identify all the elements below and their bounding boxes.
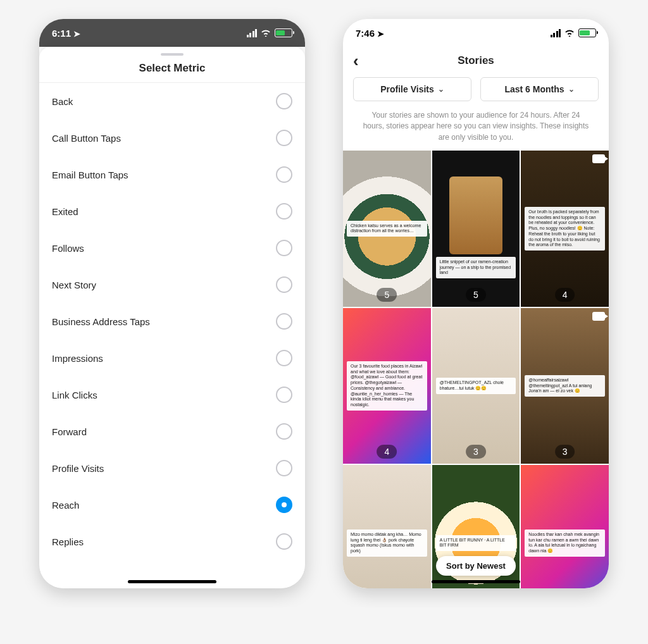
story-tile[interactable]: Our 3 favourite food places in Aizawl an… (343, 308, 431, 464)
battery-icon (578, 28, 596, 37)
nav-header: ‹ Stories (343, 47, 609, 75)
metric-option[interactable]: Link Clicks (39, 376, 305, 413)
radio-icon[interactable] (276, 460, 292, 476)
metric-option[interactable]: Exited (39, 193, 305, 230)
story-count: 3 (466, 445, 486, 459)
story-caption: @homeaffairsaizawl @themeltingpot_azl A … (525, 375, 605, 397)
cellular-signal-icon (551, 29, 561, 37)
radio-icon[interactable] (276, 93, 292, 109)
radio-icon[interactable] (276, 276, 292, 293)
helper-text: Your stories are shown to your audience … (343, 110, 609, 151)
metric-label: Reach (52, 500, 79, 511)
metric-option[interactable]: Back (39, 83, 305, 120)
metric-label: Next Story (52, 280, 96, 290)
metric-filter[interactable]: Profile Visits ⌄ (353, 77, 471, 101)
story-caption: Our broth is packed separately from the … (525, 207, 605, 251)
story-tile[interactable]: Our broth is packed separately from the … (521, 151, 609, 307)
story-count: 4 (377, 445, 397, 459)
story-caption: @THEMELTINGPOT_AZL chole bhature…tui lut… (436, 378, 516, 394)
location-arrow-icon: ➤ (377, 29, 384, 39)
metric-option[interactable]: Reach (39, 486, 305, 523)
home-indicator[interactable] (432, 580, 520, 583)
metric-sheet: Select Metric BackCall Button TapsEmail … (39, 47, 305, 588)
video-badge-icon (592, 312, 605, 321)
metric-option[interactable]: Profile Visits (39, 450, 305, 486)
story-tile[interactable]: @THEMELTINGPOT_AZL chole bhature…tui lut… (432, 308, 520, 464)
chevron-down-icon: ⌄ (438, 85, 444, 94)
metric-label: Forward (52, 426, 87, 437)
home-indicator[interactable] (128, 580, 216, 583)
metric-label: Exited (52, 206, 78, 217)
page-title: Stories (458, 54, 494, 67)
filter-row: Profile Visits ⌄ Last 6 Months ⌄ (343, 75, 609, 110)
metric-label: Profile Visits (52, 463, 104, 474)
story-caption: Chicken katsu serves as a welcome distra… (347, 221, 427, 237)
story-caption: A LITTLE BIT RUNNY · A LITTLE BIT FIRM (436, 535, 516, 552)
metric-option[interactable]: Business Address Taps (39, 303, 305, 340)
metric-option[interactable]: Impressions (39, 340, 305, 376)
wifi-icon (261, 29, 271, 37)
radio-icon[interactable] (276, 497, 292, 513)
metric-label: Follows (52, 243, 84, 254)
metric-label: Call Button Taps (52, 133, 121, 144)
battery-icon (275, 28, 292, 37)
stories-grid[interactable]: Chicken katsu serves as a welcome distra… (343, 151, 609, 588)
story-caption: Noodles thar kan chah mek avangin tun ka… (525, 529, 605, 557)
back-button[interactable]: ‹ (353, 53, 359, 69)
story-tile[interactable]: Noodles thar kan chah mek avangin tun ka… (521, 465, 609, 588)
metric-label: Email Button Taps (52, 170, 128, 180)
metric-option[interactable]: Next Story (39, 266, 305, 303)
sort-button[interactable]: Sort by Newest (436, 556, 516, 576)
status-bar: 6:11➤ (39, 19, 305, 47)
wifi-icon (564, 29, 575, 37)
story-count: 5 (466, 288, 486, 302)
stories-insights-screen: 7:46➤ ‹ Stories Profile Visits ⌄ Last 6 … (343, 19, 609, 588)
radio-icon[interactable] (276, 130, 292, 146)
metric-label: Impressions (52, 353, 103, 364)
story-caption: Little snippet of our ramen-creation jou… (436, 257, 516, 278)
metric-label: Back (52, 96, 73, 107)
range-filter[interactable]: Last 6 Months ⌄ (480, 77, 599, 101)
metric-label: Business Address Taps (52, 316, 150, 327)
status-time: 6:11➤ (52, 28, 80, 39)
location-arrow-icon: ➤ (73, 29, 80, 39)
metric-option[interactable]: Follows (39, 230, 305, 266)
select-metric-screen: 6:11➤ Select Metric BackCall Button Taps… (39, 19, 305, 588)
story-tile[interactable]: Chicken katsu serves as a welcome distra… (343, 151, 431, 307)
story-caption: Mizo momo diktak ang kha… Momo lung ti l… (347, 529, 427, 557)
radio-icon[interactable] (276, 203, 292, 220)
story-count: 3 (555, 445, 575, 459)
sort-label: Sort by Newest (446, 561, 506, 571)
story-caption: Our 3 favourite food places in Aizawl an… (347, 361, 427, 411)
status-bar: 7:46➤ (343, 19, 609, 47)
range-filter-label: Last 6 Months (504, 84, 564, 94)
sheet-grabber[interactable] (161, 53, 184, 56)
story-tile[interactable]: @homeaffairsaizawl @themeltingpot_azl A … (521, 308, 609, 464)
story-tile[interactable]: Little snippet of our ramen-creation jou… (432, 151, 520, 307)
radio-icon[interactable] (276, 240, 292, 256)
metric-option[interactable]: Email Button Taps (39, 156, 305, 193)
video-badge-icon (592, 154, 605, 163)
radio-icon[interactable] (276, 350, 292, 366)
metric-label: Link Clicks (52, 390, 97, 400)
sheet-title: Select Metric (39, 58, 305, 83)
radio-icon[interactable] (276, 313, 292, 330)
metric-option[interactable]: Replies (39, 523, 305, 560)
story-count: 5 (377, 288, 397, 302)
cellular-signal-icon (247, 29, 258, 37)
metric-label: Replies (52, 536, 84, 547)
metric-list[interactable]: BackCall Button TapsEmail Button TapsExi… (39, 83, 305, 588)
radio-icon[interactable] (276, 423, 292, 440)
status-time: 7:46➤ (356, 28, 384, 39)
story-tile[interactable]: Mizo momo diktak ang kha… Momo lung ti l… (343, 465, 431, 588)
chevron-down-icon: ⌄ (568, 85, 575, 94)
metric-filter-label: Profile Visits (380, 84, 434, 94)
radio-icon[interactable] (276, 387, 292, 403)
radio-icon[interactable] (276, 533, 292, 550)
story-count: 4 (555, 288, 575, 302)
metric-option[interactable]: Forward (39, 413, 305, 450)
metric-option[interactable]: Call Button Taps (39, 120, 305, 156)
radio-icon[interactable] (276, 166, 292, 183)
